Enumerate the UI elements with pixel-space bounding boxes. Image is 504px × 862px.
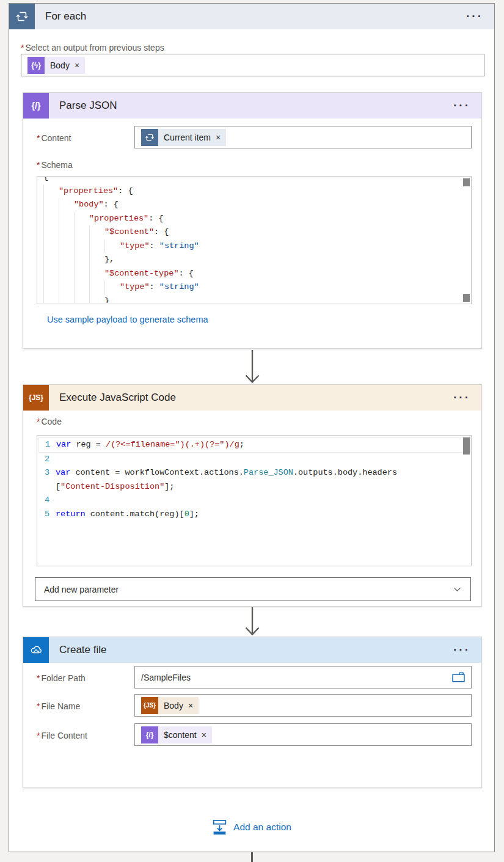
code-line: "type": "string" [43, 239, 462, 254]
code-label: *Code [37, 417, 62, 426]
create-file-title: Create file [59, 644, 106, 656]
scrollbar-thumb[interactable] [463, 178, 470, 186]
onedrive-cloud-icon [23, 637, 49, 663]
foreach-loop-icon [141, 129, 158, 146]
code-line: "$content": { [43, 225, 462, 239]
add-action-label: Add an action [233, 822, 291, 833]
code-line: { [43, 177, 462, 184]
dynamic-content-icon: {ϟ} [27, 57, 45, 74]
create-file-card: Create file ··· *Folder Path /SampleFile… [23, 637, 482, 788]
create-file-more-menu-icon[interactable]: ··· [451, 643, 473, 657]
create-file-header[interactable]: Create file ··· [23, 637, 481, 663]
flow-connector-line [251, 852, 253, 862]
code-line: "type": "string" [43, 280, 462, 294]
file-name-label: *File Name [37, 701, 80, 711]
parse-json-header[interactable]: {/} Parse JSON ··· [23, 93, 481, 119]
foreach-output-input[interactable]: {ϟ} Body× [21, 54, 484, 76]
code-line: "$content-type": { [43, 267, 462, 281]
code-line: } [43, 294, 462, 304]
parse-json-icon: {/} [23, 93, 49, 119]
chevron-down-icon [453, 585, 462, 594]
token-body[interactable]: {ϟ} Body× [27, 57, 85, 74]
connector-arrow [244, 607, 260, 637]
foreach-header[interactable]: For each ··· [9, 4, 494, 29]
file-content-label: *File Content [37, 731, 87, 740]
js-code-editor[interactable]: 1var reg = /(?<=filename=")(.+)(?=")/g;2… [37, 435, 472, 566]
add-action-icon [212, 819, 227, 835]
content-label: *Content [37, 133, 71, 143]
foreach-loop-icon [9, 4, 35, 29]
token-close-icon[interactable]: × [202, 730, 206, 740]
connector-arrow [244, 350, 260, 384]
token-close-icon[interactable]: × [75, 60, 79, 70]
token-close-icon[interactable]: × [188, 701, 193, 710]
use-sample-payload-link[interactable]: Use sample payload to generate schema [47, 315, 208, 324]
javascript-icon: {JS} [141, 697, 158, 714]
code-line: }, [43, 253, 462, 267]
scrollbar-corner[interactable] [463, 294, 470, 302]
folder-path-value: /SampleFiles [141, 673, 191, 682]
parse-json-title: Parse JSON [59, 100, 117, 112]
token-label: Current item [164, 133, 211, 142]
file-name-input[interactable]: {JS} Body× [134, 694, 472, 717]
code-line: "body": { [43, 198, 462, 212]
token-content[interactable]: {/} $content× [141, 726, 212, 743]
token-js-body[interactable]: {JS} Body× [141, 697, 199, 714]
token-current-item[interactable]: Current item× [141, 129, 226, 146]
schema-code-editor[interactable]: {"properties": {"body": {"properties": {… [37, 176, 472, 304]
folder-path-input[interactable]: /SampleFiles [134, 666, 472, 689]
schema-label: *Schema [37, 160, 73, 170]
parse-json-icon: {/} [141, 726, 158, 743]
code-line: 5return content.match(reg)[0]; [38, 508, 471, 522]
parse-json-more-menu-icon[interactable]: ··· [451, 99, 473, 112]
foreach-output-label: *Select an output from previous steps [21, 43, 164, 53]
execute-js-more-menu-icon[interactable]: ··· [451, 391, 473, 404]
foreach-title: For each [45, 10, 86, 23]
add-new-parameter-dropdown[interactable]: Add new parameter [35, 577, 471, 601]
token-close-icon[interactable]: × [216, 133, 221, 142]
required-asterisk: * [21, 43, 24, 53]
code-line: ["Content-Disposition"]; [38, 480, 471, 494]
file-content-input[interactable]: {/} $content× [134, 723, 472, 746]
foreach-more-menu-icon[interactable]: ··· [464, 10, 486, 23]
execute-js-title: Execute JavaScript Code [59, 392, 176, 404]
token-label: $content [164, 730, 197, 740]
execute-js-card: {JS} Execute JavaScript Code ··· *Code 1… [23, 384, 482, 607]
execute-js-header[interactable]: {JS} Execute JavaScript Code ··· [23, 385, 481, 411]
code-line: 4 [38, 494, 471, 508]
code-line: 3var content = workflowContext.actions.P… [38, 466, 471, 480]
token-label: Body [164, 701, 183, 710]
foreach-scope-card: For each ··· *Select an output from prev… [9, 3, 495, 852]
add-an-action-button[interactable]: Add an action [9, 819, 494, 835]
code-line: "properties": { [43, 212, 462, 226]
flow-designer-canvas: For each ··· *Select an output from prev… [0, 0, 504, 862]
parse-json-card: {/} Parse JSON ··· *Content [23, 92, 482, 349]
content-input[interactable]: Current item× [134, 126, 472, 148]
folder-path-label: *Folder Path [37, 673, 86, 683]
scrollbar-thumb[interactable] [463, 437, 470, 455]
code-line: 2 [38, 453, 471, 467]
folder-picker-icon[interactable] [451, 671, 466, 683]
code-line: 1var reg = /(?<=filename=")(.+)(?=")/g; [38, 437, 471, 453]
code-line: "properties": { [43, 184, 462, 199]
token-label: Body [50, 60, 70, 70]
javascript-icon: {JS} [23, 385, 49, 411]
